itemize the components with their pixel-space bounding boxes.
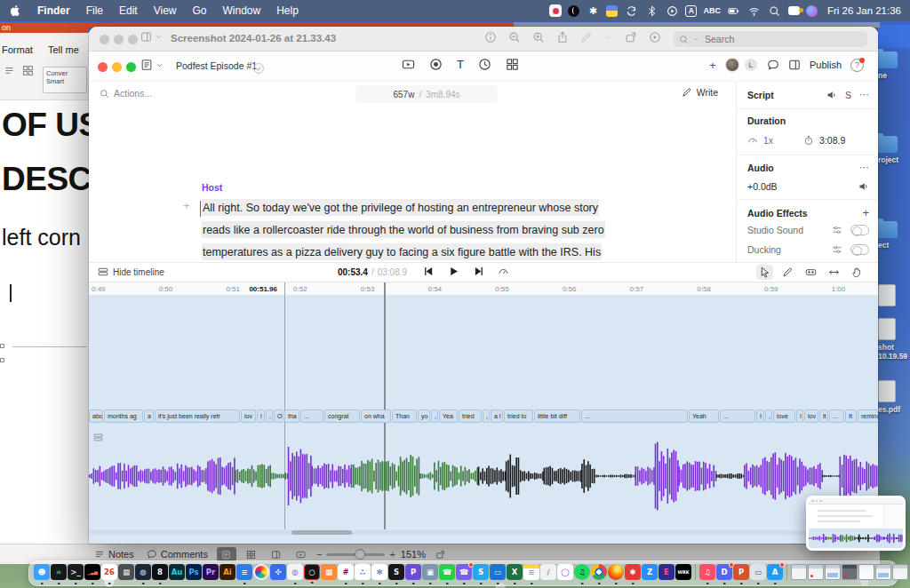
audio-menu-button[interactable] [859, 162, 869, 173]
tab-format[interactable]: Format [2, 44, 33, 55]
dock-viber[interactable]: ☎ [456, 564, 472, 580]
dock-eight-app[interactable]: 8 [152, 564, 168, 580]
descript-minimize-button[interactable] [112, 62, 122, 72]
dock-skype[interactable]: S [473, 564, 489, 580]
side-panel-icon[interactable] [788, 59, 801, 71]
menu-go[interactable]: Go [193, 4, 207, 17]
dock-minimized-window-2[interactable] [808, 564, 824, 580]
menu-file[interactable]: File [86, 4, 103, 17]
dock-purple-ring-app[interactable]: ◯ [557, 564, 573, 580]
ukraine-flag-icon[interactable] [606, 5, 618, 17]
word-block[interactable]: love [773, 409, 795, 423]
word-block[interactable]: yo [418, 409, 430, 423]
word-block[interactable]: it's just been really refr [155, 409, 240, 423]
preview-titlebar[interactable]: Screenshot 2024-01-26 at 21.33.43 [89, 27, 878, 52]
desktop-folder-ne[interactable]: ne [874, 52, 910, 80]
dock-terminal[interactable]: >_ [68, 564, 84, 580]
dock-spotify[interactable]: ♫ [574, 564, 590, 580]
add-block-button[interactable]: + [183, 199, 190, 212]
powerpoint-slide[interactable]: OF USI DESCR left corn [0, 100, 89, 544]
speed-value[interactable]: 1x [763, 135, 773, 146]
project-title[interactable]: Podfest Episode #1 [176, 60, 257, 71]
dock-excel[interactable]: X [507, 564, 523, 580]
dock-minimized-window-5[interactable] [858, 564, 874, 580]
dock-red-burst-app[interactable]: ✱ [625, 564, 641, 580]
sidebar-toggle-button[interactable] [140, 31, 163, 43]
search-field[interactable] [674, 31, 867, 47]
menu-finder[interactable]: Finder [37, 4, 70, 17]
list-icon[interactable] [4, 65, 15, 76]
descript-zoom-button[interactable] [126, 62, 136, 72]
word-block[interactable]: it [819, 409, 828, 423]
word-block[interactable]: Than [392, 409, 417, 423]
dock-blue-doc-app[interactable]: ≡ [236, 564, 252, 580]
dock-wrk-app[interactable]: WRK [675, 564, 691, 580]
dock-minimized-window-1[interactable] [791, 564, 807, 580]
word-block[interactable]: i [257, 409, 265, 423]
word-block[interactable]: tried to [504, 409, 533, 423]
zoom-in-icon[interactable] [532, 31, 545, 44]
zoom-slider[interactable]: − + [316, 549, 395, 560]
wifi-icon[interactable] [747, 4, 762, 18]
word-block[interactable]: reminds [858, 409, 878, 423]
word-block[interactable]: I [796, 409, 803, 423]
menu-view[interactable]: View [154, 4, 177, 17]
desktop-folder-ect[interactable]: ect [874, 221, 910, 250]
word-block[interactable]: It [845, 409, 857, 423]
input-abc-label[interactable]: ABC [703, 4, 721, 18]
sliders-icon[interactable] [832, 225, 842, 235]
select-tool[interactable] [756, 265, 773, 280]
apple-menu-icon[interactable] [9, 4, 21, 17]
word-block[interactable]: Yea [439, 409, 458, 423]
menu-clock[interactable]: Fri 26 Jan 21:36 [827, 5, 901, 16]
dock-usage-chart[interactable]: ▁▃▅ [84, 564, 100, 580]
dock-screenshot-window[interactable]: ▭ [750, 564, 766, 580]
slide-sorter-button[interactable] [242, 547, 261, 561]
input-source-icon[interactable]: A [685, 5, 697, 17]
descript-close-button[interactable] [98, 62, 108, 72]
hand-tool[interactable] [849, 265, 866, 280]
dock-orange-grid-app[interactable]: ▦ [321, 564, 337, 580]
convert-smartart-button[interactable]: Conver Smart [43, 67, 87, 93]
play-circle-icon[interactable] [665, 4, 679, 18]
word-block[interactable]: , [266, 409, 273, 423]
actions-search[interactable]: Actions... [100, 88, 152, 99]
dock-color-wheel[interactable] [253, 564, 269, 580]
rotate-icon[interactable] [625, 31, 637, 44]
word-block[interactable]: a l [491, 409, 503, 423]
table-icon[interactable] [22, 65, 34, 76]
zoom-button[interactable] [128, 35, 138, 44]
word-block[interactable]: on wha [361, 409, 391, 423]
clock-icon[interactable] [478, 58, 491, 71]
avatar-l[interactable]: L [744, 58, 758, 72]
video-player-icon[interactable] [402, 58, 415, 71]
share-icon[interactable] [556, 31, 569, 44]
dock-discord[interactable]: D [716, 564, 732, 580]
battery-icon[interactable] [727, 4, 741, 18]
add-collaborator-button[interactable] [709, 57, 716, 73]
dock-briefcase-app[interactable]: ▣ [422, 564, 438, 580]
dock-design-ruler-app[interactable]: ∕ [540, 564, 556, 580]
word-block[interactable]: months ag [104, 409, 143, 423]
dock-s-dark-app[interactable]: S [388, 564, 404, 580]
selection-handle[interactable] [0, 344, 4, 348]
highlight-icon[interactable] [649, 31, 661, 44]
timeline-ruler[interactable]: 00:51.96 0:490:500:510:520:530:540:550:5… [89, 282, 878, 296]
dock-photoshop[interactable]: Ps [186, 564, 202, 580]
bluetooth-icon[interactable] [644, 4, 659, 18]
sync-circle-icon[interactable] [624, 4, 638, 18]
playback-speed-icon[interactable] [498, 266, 509, 277]
dock-audio-meter[interactable]: ılı [51, 564, 67, 580]
dock-zoom-app[interactable]: Z [642, 564, 658, 580]
word-block[interactable]: , [431, 409, 438, 423]
dock-chrome[interactable] [591, 564, 607, 580]
speaker-icon[interactable] [858, 181, 869, 192]
info-icon[interactable] [484, 31, 497, 44]
desktop-folder-roject[interactable]: roject [874, 136, 910, 164]
preview-window[interactable]: Screenshot 2024-01-26 at 21.33.43 [89, 27, 878, 544]
word-block[interactable]: ... [300, 409, 323, 423]
fit-slide-button[interactable] [431, 547, 451, 561]
word-block[interactable]: O [274, 409, 283, 423]
viber-menu-icon[interactable] [549, 4, 562, 17]
word-block[interactable]: ... [581, 409, 688, 423]
